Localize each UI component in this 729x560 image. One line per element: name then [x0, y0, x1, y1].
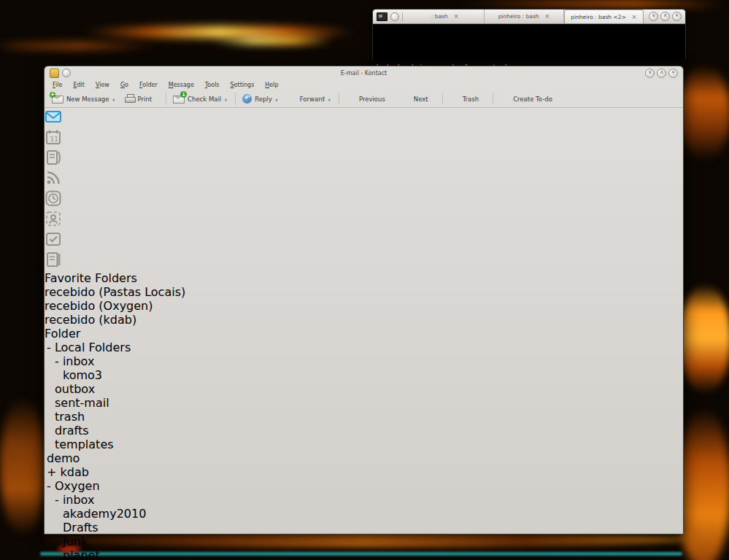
folder-tree-item[interactable]: + kdab — [45, 465, 683, 479]
toolbar-button[interactable]: New Message — [48, 93, 121, 105]
toolbar-label: Create To-do — [513, 96, 552, 103]
titlebar-menu-button[interactable] — [62, 69, 71, 77]
menu-item[interactable]: Go — [120, 82, 128, 88]
menu-item[interactable]: Tools — [205, 82, 220, 88]
sidebar-item-todo[interactable] — [45, 230, 683, 251]
favorite-folder-item[interactable]: recebido (kdab) — [45, 313, 683, 327]
kontact-window: E-mail - Kontact ∨ ∧ × FileEditViewGoFol… — [44, 66, 684, 534]
folder-tree-item[interactable]: akademy2010 — [45, 507, 683, 521]
terminal-tab-label: pinheiro : bash — [498, 13, 539, 20]
tab-close-icon[interactable]: × — [545, 13, 550, 20]
sidebar-item-journal[interactable] — [45, 149, 683, 169]
tree-expander[interactable]: - — [47, 479, 51, 493]
folder-panel: Folder - Local Folders - — [45, 327, 683, 560]
dropdown-arrow-icon[interactable] — [224, 96, 228, 103]
konsole-icon — [377, 12, 387, 21]
folder-tree-item[interactable]: drafts — [45, 424, 683, 438]
toolbar-button[interactable]: Next — [397, 93, 440, 105]
toolbar-button[interactable]: Check Mail — [166, 93, 233, 105]
terminal-tab[interactable]: pinheiro : bash × — [485, 9, 563, 23]
toolbar-button[interactable]: Print — [121, 93, 164, 105]
folder-tree-item[interactable]: trash — [45, 410, 683, 424]
favorite-folder-item[interactable]: recebido (Oxygen) — [45, 299, 683, 313]
contacts-icon — [45, 210, 62, 228]
toolbar-button[interactable]: Reply — [235, 93, 284, 105]
background-light-streak — [80, 26, 358, 38]
maximize-button[interactable]: ∧ — [657, 69, 666, 78]
window-buttons: ∨ ∧ × — [643, 69, 678, 78]
terminal-tab[interactable]: : bash × — [406, 9, 485, 23]
toolbar-button[interactable]: Create To-do — [493, 93, 564, 105]
toolbar-icon — [173, 96, 185, 104]
folder-tree-item[interactable]: demo — [45, 451, 683, 465]
sidebar-item-notes[interactable] — [45, 251, 683, 271]
folder-tree-item[interactable]: - inbox — [45, 493, 683, 507]
tree-expander[interactable]: + — [47, 465, 56, 479]
sidebar-item-time-tracker[interactable] — [45, 190, 683, 210]
kontact-app-icon[interactable] — [50, 69, 59, 78]
sidebar-item-calendar[interactable]: 11 — [45, 128, 683, 149]
minimize-button[interactable]: ∨ — [649, 12, 658, 21]
menu-item[interactable]: Message — [169, 82, 194, 88]
toolbar-button[interactable]: Forward — [284, 93, 336, 105]
terminal-titlebar[interactable]: : bash × pinheiro : bash × pinheiro : ba… — [373, 9, 685, 24]
sidebar-item-mail[interactable] — [45, 108, 683, 128]
menu-item[interactable]: File — [53, 82, 62, 88]
dropdown-arrow-icon[interactable] — [275, 96, 279, 103]
window-title: E-mail - Kontact — [45, 70, 683, 77]
folder-label: inbox — [63, 354, 95, 368]
folder-tree-item[interactable]: - Oxygen — [45, 479, 683, 493]
favorites-title: Favorite Folders — [45, 271, 683, 285]
toolbar-icon — [401, 94, 411, 104]
maximize-button[interactable]: ∧ — [660, 12, 670, 21]
todo-check-icon — [45, 230, 62, 248]
toolbar-button[interactable]: Previous — [339, 93, 397, 105]
toolbar-label: Trash — [463, 96, 479, 103]
folder-tree-item[interactable]: planet — [45, 548, 683, 560]
calendar-icon: 11 — [45, 128, 62, 146]
folder-tree-item[interactable]: outbox — [45, 382, 683, 396]
folder-tree-item[interactable]: komo3 — [45, 368, 683, 382]
menu-item[interactable]: Folder — [139, 82, 158, 88]
folder-tree-item[interactable]: Junk — [45, 534, 683, 548]
tree-expander[interactable]: - — [55, 354, 59, 368]
folder-panel-header[interactable]: Folder — [45, 327, 683, 341]
titlebar[interactable]: E-mail - Kontact ∨ ∧ × — [45, 66, 683, 79]
tree-expander[interactable]: - — [47, 341, 51, 354]
minimize-button[interactable]: ∨ — [645, 69, 655, 78]
close-button[interactable]: × — [668, 69, 678, 78]
sidebar-item-feeds[interactable] — [45, 169, 683, 190]
component-sidebar: 11 — [45, 108, 683, 271]
folder-tree-item[interactable]: templates — [45, 438, 683, 451]
toolbar-icon — [125, 94, 135, 104]
sidebar-item-contacts[interactable] — [45, 210, 683, 230]
menu-item[interactable]: Edit — [73, 82, 85, 88]
folder-label: komo3 — [63, 368, 102, 382]
menu-item[interactable]: Settings — [231, 82, 255, 88]
toolbar-label: Reply — [255, 96, 272, 103]
toolbar-label: Forward — [300, 96, 325, 103]
folder-label: trash — [55, 410, 85, 424]
favorite-folder-item[interactable]: recebido (Pastas Locais) — [45, 285, 683, 299]
folder-tree-item[interactable]: Drafts — [45, 521, 683, 534]
terminal-menu-button[interactable] — [390, 12, 399, 21]
dropdown-arrow-icon[interactable] — [112, 96, 117, 103]
folder-tree-item[interactable]: - Local Folders — [45, 341, 683, 354]
dropdown-arrow-icon[interactable] — [328, 96, 332, 103]
tree-expander[interactable]: - — [55, 493, 59, 507]
background-light-streak — [0, 397, 47, 536]
menu-item[interactable]: View — [96, 82, 109, 88]
toolbar: New Message Print Check Mail — [45, 90, 683, 108]
tab-close-icon[interactable]: × — [632, 14, 637, 20]
desktop: : bash × pinheiro : bash × pinheiro : ba… — [0, 0, 729, 560]
toolbar-label: Print — [138, 96, 153, 103]
tab-close-icon[interactable]: × — [454, 13, 459, 20]
folder-tree-item[interactable]: - inbox — [45, 354, 683, 368]
folder-tree-item[interactable]: sent-mail — [45, 396, 683, 410]
menu-item[interactable]: Help — [265, 82, 278, 88]
close-button[interactable]: × — [672, 12, 682, 21]
clock-icon — [45, 190, 62, 207]
toolbar-label: Check Mail — [188, 96, 221, 103]
terminal-tab[interactable]: pinheiro : bash <2> × — [564, 9, 644, 23]
toolbar-button[interactable]: Trash — [442, 93, 490, 105]
